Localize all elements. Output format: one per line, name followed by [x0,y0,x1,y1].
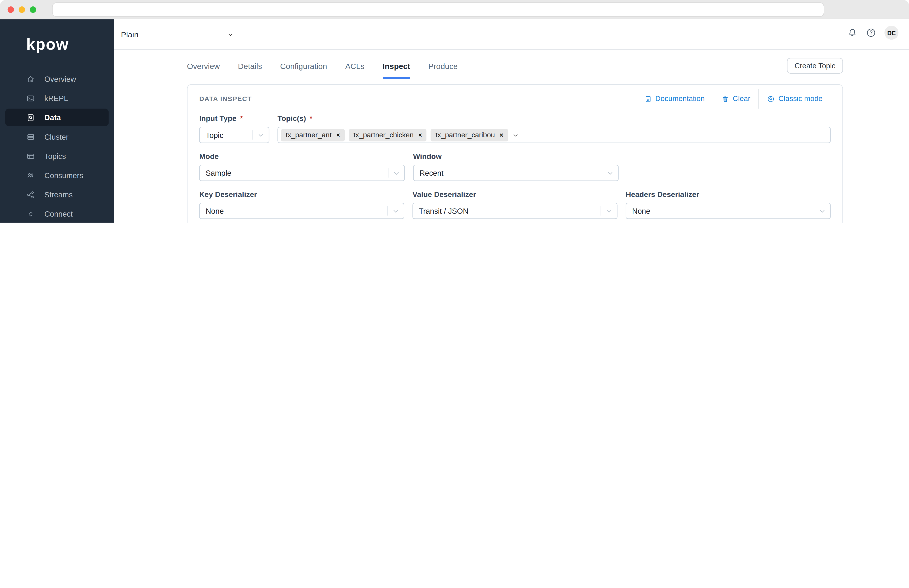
window-label: Window [413,152,618,161]
sidebar-item-krepl[interactable]: kREPL [5,89,109,107]
divider [601,206,601,215]
value-deserializer-field: Value Deserializer Transit / JSON [412,190,618,219]
topic-tabs: Overview Details Configuration ACLs Insp… [187,58,458,79]
window-field: Window Recent [413,152,618,181]
window-titlebar [0,0,909,19]
sidebar-item-label: Cluster [44,132,69,141]
select-value: None [206,207,224,215]
chevron-down-icon [257,131,265,139]
topics-multiselect[interactable]: tx_partner_ant× tx_partner_chicken× tx_p… [278,127,831,143]
key-deserializer-label: Key Deserializer [199,190,404,199]
share-icon [26,190,35,199]
remove-chip-icon[interactable]: × [418,131,422,139]
divider [252,130,253,139]
window-select[interactable]: Recent [413,165,618,181]
data-inspect-card: DATA INSPECT Documentation Clear [187,84,843,223]
value-deserializer-select[interactable]: Transit / JSON [412,203,618,219]
mode-field: Mode Sample [199,152,405,181]
sidebar-item-overview[interactable]: Overview [5,70,109,87]
input-type-label: Input Type* [199,114,269,123]
topic-chip: tx_partner_caribou× [431,129,508,141]
tab-produce[interactable]: Produce [428,62,458,79]
topic-chip: tx_partner_chicken× [349,129,427,141]
chevron-down-icon [819,207,826,215]
tab-details[interactable]: Details [238,62,262,79]
divider [814,206,814,215]
window-controls [8,6,36,13]
mode-label: Mode [199,152,405,161]
form-row-3: Key Deserializer None Value Deserializer… [199,190,831,219]
divider [387,206,388,215]
headers-deserializer-select[interactable]: None [626,203,831,219]
sidebar-item-label: Consumers [44,171,83,180]
select-value: Recent [419,168,444,177]
clear-link[interactable]: Clear [714,95,759,103]
tab-inspect[interactable]: Inspect [383,62,410,79]
create-topic-button[interactable]: Create Topic [787,58,843,74]
kpow-logo: kpow [0,19,114,54]
connect-icon [26,209,35,218]
magnifier-circle-icon [767,95,775,102]
help-icon[interactable] [866,27,876,38]
environment-selector[interactable]: Plain [121,27,234,41]
topic-tabs-row: Overview Details Configuration ACLs Insp… [187,58,843,80]
chip-label: tx_partner_caribou [436,131,495,139]
data-inspect-header: DATA INSPECT Documentation Clear [187,85,842,113]
zoom-window-button[interactable] [30,6,36,13]
sidebar-item-label: kREPL [44,94,68,103]
minimize-window-button[interactable] [19,6,25,13]
sidebar-item-cluster[interactable]: Cluster [5,128,109,145]
user-avatar[interactable]: DE [885,26,898,40]
close-window-button[interactable] [8,6,14,13]
classic-mode-link[interactable]: Classic mode [759,95,831,103]
key-deserializer-select[interactable]: None [199,203,404,219]
data-search-icon [26,113,35,122]
sidebar-item-topics[interactable]: Topics [5,147,109,165]
tab-acls[interactable]: ACLs [345,62,364,79]
documentation-link[interactable]: Documentation [636,95,713,103]
select-value: Topic [206,131,223,139]
divider [388,168,389,178]
chevron-down-icon [512,132,518,138]
chip-label: tx_partner_ant [286,131,332,139]
kpow-app-window: kpow Overview kREPL Data Cluster Topics [0,0,909,223]
topics-field: Topic(s)* tx_partner_ant× tx_partner_chi… [278,114,831,143]
sidebar-item-label: Streams [44,190,73,199]
sidebar-item-streams[interactable]: Streams [5,186,109,203]
sidebar-item-label: Data [44,113,61,122]
sidebar: kpow Overview kREPL Data Cluster Topics [0,19,114,223]
link-label: Classic mode [778,95,823,103]
topic-chip: tx_partner_ant× [281,129,345,141]
sidebar-item-data[interactable]: Data [5,109,109,126]
key-deserializer-field: Key Deserializer None [199,190,404,219]
topbar: Plain DE [114,19,909,50]
headers-deserializer-label: Headers Deserializer [626,190,831,199]
notifications-bell-icon[interactable] [847,27,858,38]
chevron-down-icon [392,207,399,215]
sidebar-item-connect[interactable]: Connect [5,205,109,223]
address-bar[interactable] [53,3,823,16]
topics-label: Topic(s)* [278,114,831,123]
sidebar-item-consumers[interactable]: Consumers [5,166,109,184]
select-value: None [632,207,650,215]
chevron-down-icon [605,207,613,215]
topbar-icons: DE [847,26,899,40]
chevron-down-icon [392,169,400,177]
input-type-select[interactable]: Topic [199,127,269,143]
chevron-down-icon [227,31,234,37]
input-type-field: Input Type* Topic [199,114,269,143]
inspect-form: Input Type* Topic Topic(s)* tx_partner_a… [187,113,842,223]
tab-overview[interactable]: Overview [187,62,220,79]
required-marker: * [240,114,243,123]
required-marker: * [310,114,312,123]
remove-chip-icon[interactable]: × [500,131,503,139]
value-deserializer-label: Value Deserializer [412,190,618,199]
tab-configuration[interactable]: Configuration [280,62,327,79]
mode-select[interactable]: Sample [199,165,405,181]
sidebar-item-label: Overview [44,74,76,83]
select-value: Sample [206,168,231,177]
people-icon [26,171,35,180]
card-title: DATA INSPECT [199,95,252,102]
link-label: Clear [733,95,751,103]
remove-chip-icon[interactable]: × [336,131,340,139]
